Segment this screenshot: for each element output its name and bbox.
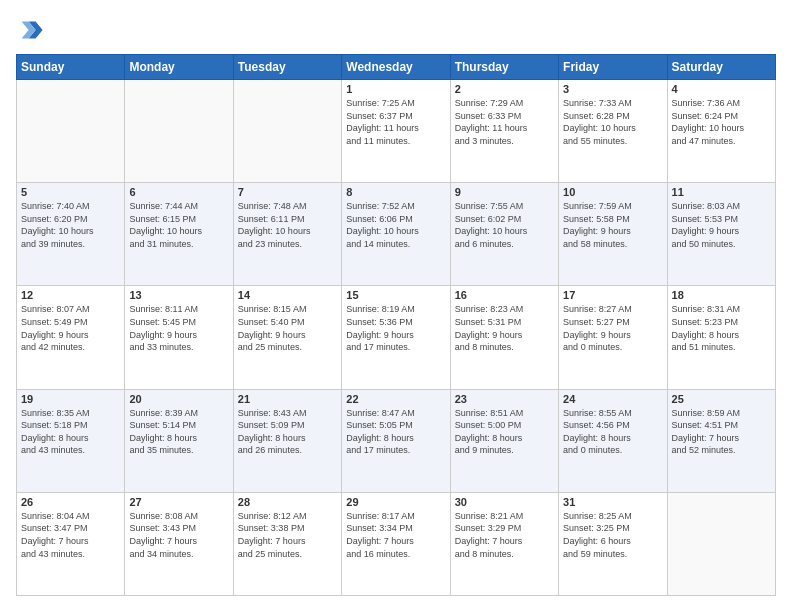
- weekday-header-thursday: Thursday: [450, 55, 558, 80]
- calendar-week-4: 19Sunrise: 8:35 AM Sunset: 5:18 PM Dayli…: [17, 389, 776, 492]
- day-number: 19: [21, 393, 120, 405]
- daylight-hours: Sunrise: 8:19 AM Sunset: 5:36 PM Dayligh…: [346, 303, 445, 353]
- calendar-cell: 24Sunrise: 8:55 AM Sunset: 4:56 PM Dayli…: [559, 389, 667, 492]
- day-number: 14: [238, 289, 337, 301]
- weekday-header-sunday: Sunday: [17, 55, 125, 80]
- weekday-header-friday: Friday: [559, 55, 667, 80]
- weekday-header-monday: Monday: [125, 55, 233, 80]
- day-number: 12: [21, 289, 120, 301]
- day-number: 8: [346, 186, 445, 198]
- weekday-header-tuesday: Tuesday: [233, 55, 341, 80]
- calendar-cell: 17Sunrise: 8:27 AM Sunset: 5:27 PM Dayli…: [559, 286, 667, 389]
- calendar-cell: 11Sunrise: 8:03 AM Sunset: 5:53 PM Dayli…: [667, 183, 775, 286]
- weekday-header-wednesday: Wednesday: [342, 55, 450, 80]
- calendar-cell: 21Sunrise: 8:43 AM Sunset: 5:09 PM Dayli…: [233, 389, 341, 492]
- calendar-cell: [17, 80, 125, 183]
- day-number: 23: [455, 393, 554, 405]
- day-number: 9: [455, 186, 554, 198]
- daylight-hours: Sunrise: 8:12 AM Sunset: 3:38 PM Dayligh…: [238, 510, 337, 560]
- weekday-header-saturday: Saturday: [667, 55, 775, 80]
- day-number: 16: [455, 289, 554, 301]
- daylight-hours: Sunrise: 7:44 AM Sunset: 6:15 PM Dayligh…: [129, 200, 228, 250]
- logo-icon: [16, 16, 44, 44]
- daylight-hours: Sunrise: 7:52 AM Sunset: 6:06 PM Dayligh…: [346, 200, 445, 250]
- calendar-cell: [233, 80, 341, 183]
- day-number: 22: [346, 393, 445, 405]
- daylight-hours: Sunrise: 8:07 AM Sunset: 5:49 PM Dayligh…: [21, 303, 120, 353]
- calendar-cell: 23Sunrise: 8:51 AM Sunset: 5:00 PM Dayli…: [450, 389, 558, 492]
- calendar-cell: 8Sunrise: 7:52 AM Sunset: 6:06 PM Daylig…: [342, 183, 450, 286]
- day-number: 27: [129, 496, 228, 508]
- calendar-cell: 5Sunrise: 7:40 AM Sunset: 6:20 PM Daylig…: [17, 183, 125, 286]
- calendar-cell: 27Sunrise: 8:08 AM Sunset: 3:43 PM Dayli…: [125, 492, 233, 595]
- calendar-cell: 30Sunrise: 8:21 AM Sunset: 3:29 PM Dayli…: [450, 492, 558, 595]
- day-number: 13: [129, 289, 228, 301]
- calendar-cell: 28Sunrise: 8:12 AM Sunset: 3:38 PM Dayli…: [233, 492, 341, 595]
- daylight-hours: Sunrise: 8:43 AM Sunset: 5:09 PM Dayligh…: [238, 407, 337, 457]
- daylight-hours: Sunrise: 7:55 AM Sunset: 6:02 PM Dayligh…: [455, 200, 554, 250]
- daylight-hours: Sunrise: 8:11 AM Sunset: 5:45 PM Dayligh…: [129, 303, 228, 353]
- daylight-hours: Sunrise: 7:48 AM Sunset: 6:11 PM Dayligh…: [238, 200, 337, 250]
- daylight-hours: Sunrise: 7:33 AM Sunset: 6:28 PM Dayligh…: [563, 97, 662, 147]
- day-number: 20: [129, 393, 228, 405]
- calendar-week-1: 1Sunrise: 7:25 AM Sunset: 6:37 PM Daylig…: [17, 80, 776, 183]
- daylight-hours: Sunrise: 8:08 AM Sunset: 3:43 PM Dayligh…: [129, 510, 228, 560]
- daylight-hours: Sunrise: 7:40 AM Sunset: 6:20 PM Dayligh…: [21, 200, 120, 250]
- calendar-cell: 10Sunrise: 7:59 AM Sunset: 5:58 PM Dayli…: [559, 183, 667, 286]
- calendar-week-3: 12Sunrise: 8:07 AM Sunset: 5:49 PM Dayli…: [17, 286, 776, 389]
- calendar-cell: [667, 492, 775, 595]
- header: [16, 16, 776, 44]
- daylight-hours: Sunrise: 7:36 AM Sunset: 6:24 PM Dayligh…: [672, 97, 771, 147]
- calendar-cell: 20Sunrise: 8:39 AM Sunset: 5:14 PM Dayli…: [125, 389, 233, 492]
- day-number: 30: [455, 496, 554, 508]
- calendar-cell: 31Sunrise: 8:25 AM Sunset: 3:25 PM Dayli…: [559, 492, 667, 595]
- daylight-hours: Sunrise: 7:59 AM Sunset: 5:58 PM Dayligh…: [563, 200, 662, 250]
- logo: [16, 16, 48, 44]
- daylight-hours: Sunrise: 8:17 AM Sunset: 3:34 PM Dayligh…: [346, 510, 445, 560]
- daylight-hours: Sunrise: 8:47 AM Sunset: 5:05 PM Dayligh…: [346, 407, 445, 457]
- calendar-table: SundayMondayTuesdayWednesdayThursdayFrid…: [16, 54, 776, 596]
- calendar-week-2: 5Sunrise: 7:40 AM Sunset: 6:20 PM Daylig…: [17, 183, 776, 286]
- daylight-hours: Sunrise: 8:25 AM Sunset: 3:25 PM Dayligh…: [563, 510, 662, 560]
- day-number: 11: [672, 186, 771, 198]
- weekday-header-row: SundayMondayTuesdayWednesdayThursdayFrid…: [17, 55, 776, 80]
- daylight-hours: Sunrise: 8:51 AM Sunset: 5:00 PM Dayligh…: [455, 407, 554, 457]
- calendar-cell: 2Sunrise: 7:29 AM Sunset: 6:33 PM Daylig…: [450, 80, 558, 183]
- calendar-cell: 29Sunrise: 8:17 AM Sunset: 3:34 PM Dayli…: [342, 492, 450, 595]
- day-number: 26: [21, 496, 120, 508]
- calendar-cell: 9Sunrise: 7:55 AM Sunset: 6:02 PM Daylig…: [450, 183, 558, 286]
- daylight-hours: Sunrise: 8:15 AM Sunset: 5:40 PM Dayligh…: [238, 303, 337, 353]
- day-number: 18: [672, 289, 771, 301]
- calendar-cell: 4Sunrise: 7:36 AM Sunset: 6:24 PM Daylig…: [667, 80, 775, 183]
- calendar-cell: 1Sunrise: 7:25 AM Sunset: 6:37 PM Daylig…: [342, 80, 450, 183]
- calendar-cell: 13Sunrise: 8:11 AM Sunset: 5:45 PM Dayli…: [125, 286, 233, 389]
- calendar-cell: 14Sunrise: 8:15 AM Sunset: 5:40 PM Dayli…: [233, 286, 341, 389]
- daylight-hours: Sunrise: 8:27 AM Sunset: 5:27 PM Dayligh…: [563, 303, 662, 353]
- calendar-cell: 16Sunrise: 8:23 AM Sunset: 5:31 PM Dayli…: [450, 286, 558, 389]
- calendar-cell: 18Sunrise: 8:31 AM Sunset: 5:23 PM Dayli…: [667, 286, 775, 389]
- calendar-cell: [125, 80, 233, 183]
- calendar-week-5: 26Sunrise: 8:04 AM Sunset: 3:47 PM Dayli…: [17, 492, 776, 595]
- calendar-cell: 3Sunrise: 7:33 AM Sunset: 6:28 PM Daylig…: [559, 80, 667, 183]
- calendar-cell: 12Sunrise: 8:07 AM Sunset: 5:49 PM Dayli…: [17, 286, 125, 389]
- daylight-hours: Sunrise: 8:03 AM Sunset: 5:53 PM Dayligh…: [672, 200, 771, 250]
- day-number: 15: [346, 289, 445, 301]
- day-number: 24: [563, 393, 662, 405]
- calendar-cell: 19Sunrise: 8:35 AM Sunset: 5:18 PM Dayli…: [17, 389, 125, 492]
- daylight-hours: Sunrise: 8:21 AM Sunset: 3:29 PM Dayligh…: [455, 510, 554, 560]
- day-number: 31: [563, 496, 662, 508]
- daylight-hours: Sunrise: 8:59 AM Sunset: 4:51 PM Dayligh…: [672, 407, 771, 457]
- daylight-hours: Sunrise: 8:31 AM Sunset: 5:23 PM Dayligh…: [672, 303, 771, 353]
- day-number: 17: [563, 289, 662, 301]
- day-number: 28: [238, 496, 337, 508]
- calendar-cell: 7Sunrise: 7:48 AM Sunset: 6:11 PM Daylig…: [233, 183, 341, 286]
- day-number: 6: [129, 186, 228, 198]
- daylight-hours: Sunrise: 8:35 AM Sunset: 5:18 PM Dayligh…: [21, 407, 120, 457]
- calendar-cell: 15Sunrise: 8:19 AM Sunset: 5:36 PM Dayli…: [342, 286, 450, 389]
- calendar-header: SundayMondayTuesdayWednesdayThursdayFrid…: [17, 55, 776, 80]
- calendar-cell: 26Sunrise: 8:04 AM Sunset: 3:47 PM Dayli…: [17, 492, 125, 595]
- calendar-cell: 6Sunrise: 7:44 AM Sunset: 6:15 PM Daylig…: [125, 183, 233, 286]
- day-number: 25: [672, 393, 771, 405]
- day-number: 4: [672, 83, 771, 95]
- daylight-hours: Sunrise: 8:55 AM Sunset: 4:56 PM Dayligh…: [563, 407, 662, 457]
